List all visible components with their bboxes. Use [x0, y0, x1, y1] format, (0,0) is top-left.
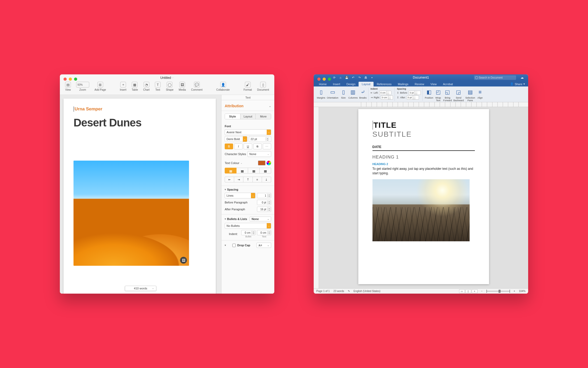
align-left-button[interactable] [225, 168, 237, 173]
minimize-icon[interactable] [323, 78, 326, 81]
valign-bot-button[interactable]: ⤓ [262, 177, 271, 182]
print-view-button[interactable]: ▯ [465, 289, 471, 293]
tab-design[interactable]: Design [343, 82, 359, 86]
underline-button[interactable]: U [244, 144, 252, 149]
breaks-button[interactable]: ⤶Breaks [359, 88, 367, 99]
attribution-text[interactable]: Urna Semper [74, 106, 206, 112]
tab-layout[interactable]: Layout [359, 82, 374, 86]
zoom-in-button[interactable]: + [514, 290, 515, 293]
tab-home[interactable]: Home [316, 82, 330, 86]
tab-mailings[interactable]: Mailings [395, 82, 411, 86]
heading1-placeholder[interactable]: HEADING 1 [372, 155, 475, 160]
align-justify-button[interactable] [259, 168, 271, 173]
word-count[interactable]: 23 words [333, 290, 344, 293]
media-button[interactable]: 🖼Media [176, 82, 188, 91]
title-placeholder[interactable]: TITLE [372, 121, 475, 130]
view-button[interactable]: ▤View [62, 82, 74, 91]
insert-button[interactable]: ＋Insert [117, 82, 129, 91]
minimize-icon[interactable] [69, 78, 72, 81]
position-button[interactable]: ◧Position [425, 88, 433, 99]
send-backward-button[interactable]: ◲Send Backward [453, 88, 464, 102]
indent-right-input[interactable]: 0 cm [381, 95, 393, 100]
font-weight-select[interactable]: Demi Bold⌄ [225, 136, 247, 142]
redo-icon[interactable]: ↷ [357, 75, 361, 80]
spacing-mode-select[interactable]: Lines⌄ [225, 193, 255, 198]
bullets-preset-select[interactable]: None⌄ [250, 217, 271, 221]
text-colour-swatch[interactable] [258, 161, 265, 165]
dropcap-checkbox[interactable] [232, 244, 236, 247]
chart-button[interactable]: ◔Chart [140, 82, 152, 91]
align-center-button[interactable] [236, 168, 248, 173]
sync-icon[interactable]: ☁ [519, 75, 525, 80]
margins-button[interactable]: ▯Margins [317, 88, 325, 99]
columns-button[interactable]: ▥Columns [348, 88, 358, 99]
after-stepper[interactable]: 16 pt▴▾ [257, 207, 271, 212]
colour-wheel-icon[interactable] [266, 161, 271, 165]
indent-text-stepper[interactable]: 0 cm▴▾ [257, 230, 271, 235]
seg-layout[interactable]: Layout [240, 114, 256, 119]
valign-mid-button[interactable]: ≡ [253, 177, 262, 182]
text-button[interactable]: TText [152, 82, 163, 91]
focus-view-button[interactable]: ▭ [459, 289, 465, 293]
h-ruler[interactable] [314, 102, 528, 107]
format-button[interactable]: 🖌Format [241, 82, 255, 91]
close-icon[interactable] [64, 78, 67, 81]
tab-references[interactable]: References [374, 82, 395, 86]
desert-image[interactable]: 🖼 [74, 161, 189, 266]
web-view-button[interactable]: ≡ [472, 289, 477, 293]
comment-button[interactable]: 💬Comment [188, 82, 205, 91]
save-icon[interactable]: 💾 [345, 75, 349, 80]
add-page-button[interactable]: ⊞Add Page [92, 82, 109, 91]
dropcap-style-select[interactable]: A≡⌄ [256, 243, 271, 248]
word-count[interactable]: 410 words [125, 286, 156, 291]
tab-review[interactable]: Review [412, 82, 427, 86]
indent-left-input[interactable]: 0 cm [379, 91, 391, 95]
spellcheck-icon[interactable]: ✎ [348, 290, 350, 293]
font-family-select[interactable]: Avenir Next⌄ [225, 129, 271, 135]
indent-button[interactable]: ⇥ [234, 177, 243, 182]
canyon-image[interactable] [372, 179, 470, 241]
seg-style[interactable]: Style [225, 114, 240, 119]
paragraph-style[interactable]: Attribution⌄ [222, 100, 274, 111]
dropdown-icon[interactable]: ⌄ [240, 162, 243, 164]
tab-insert[interactable]: Insert [330, 82, 343, 86]
title-chevron-icon[interactable]: ﹀ [171, 77, 174, 79]
undo-icon[interactable]: ↶ [351, 75, 355, 80]
char-styles-select[interactable]: None⌄ [248, 151, 271, 157]
v-ruler[interactable] [314, 107, 319, 288]
bullets-style-select[interactable]: No Bullets⌄ [225, 223, 271, 229]
zoom-value[interactable]: 104% [519, 290, 526, 293]
selection-pane-button[interactable]: ▤Selection Pane [465, 88, 475, 102]
tab-view[interactable]: View [427, 82, 440, 86]
strike-button[interactable]: S [253, 144, 262, 149]
dropcap-disclosure[interactable]: Drop Cap A≡⌄ [222, 240, 274, 249]
align-button[interactable]: ≡Align [477, 88, 484, 99]
page-indicator[interactable]: Page 1 of 1 [316, 290, 330, 293]
seg-more[interactable]: More [255, 114, 271, 119]
close-icon[interactable] [317, 78, 321, 81]
size-button[interactable]: ▯Size [340, 88, 347, 99]
search-input[interactable]: Search in Document [474, 75, 516, 80]
tab-acrobat[interactable]: Acrobat [440, 82, 456, 86]
zoom-out-button[interactable]: − [481, 290, 483, 293]
before-stepper[interactable]: 0 pt▴▾ [257, 200, 271, 205]
inspector-tab[interactable]: Text [222, 95, 274, 100]
fullscreen-icon[interactable] [74, 78, 77, 81]
spacing-value-stepper[interactable]: 1▴▾ [257, 193, 271, 198]
spacing-before-input[interactable]: 0 pt [409, 91, 421, 95]
font-size-stepper[interactable]: 22 pt▴▾ [249, 136, 271, 142]
align-right-button[interactable] [248, 168, 260, 173]
italic-button[interactable]: I [234, 144, 243, 149]
heading2-placeholder[interactable]: HEADING 2 [372, 162, 475, 166]
spacing-after-input[interactable]: 0 pt [407, 95, 419, 100]
zoom-thumb[interactable] [498, 290, 501, 293]
shape-button[interactable]: ◯Shape [163, 82, 176, 91]
spacing-disclosure[interactable]: Spacing [222, 186, 274, 192]
zoom-button[interactable]: 93% Zoom [74, 82, 92, 91]
wrap-text-button[interactable]: ◰Wrap Text [435, 88, 442, 102]
table-button[interactable]: ▦Table [129, 82, 141, 91]
indent-bullet-stepper[interactable]: 0 cm▴▾ [241, 230, 255, 235]
collaborate-button[interactable]: 👤Collaborate [214, 82, 232, 91]
autosave-icon[interactable]: ⟳ [332, 75, 336, 80]
share-button[interactable]: 👤 Share ▾ [507, 81, 528, 86]
